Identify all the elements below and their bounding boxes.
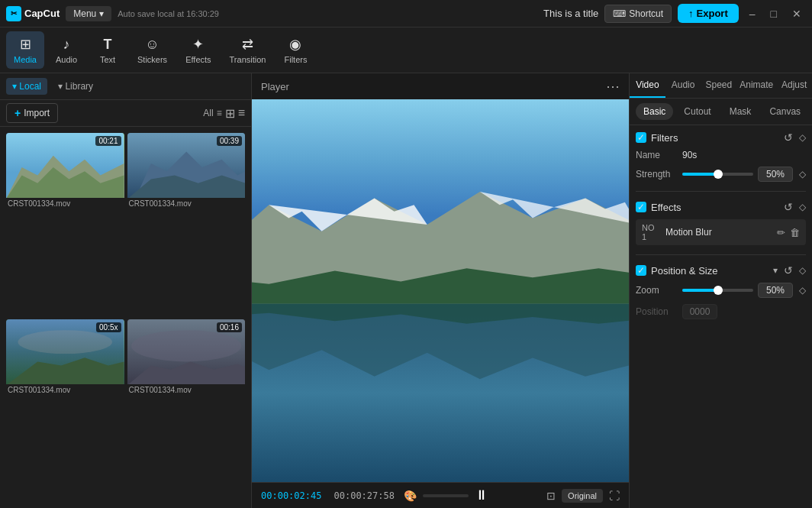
media-duration: 00:5x <box>96 322 121 332</box>
filters-undo-button[interactable]: ↺ <box>784 131 793 144</box>
zoom-slider[interactable] <box>682 289 753 292</box>
effects-checkbox[interactable]: ✓ <box>636 202 646 212</box>
media-grid: 00:21 CRST001334.mov 00:39 CRST001334.mo… <box>0 127 251 508</box>
right-content: ✓ Filters ↺ ◇ Name 90s Strength 50% <box>630 125 812 508</box>
local-source-button[interactable]: ▾ Local <box>6 78 47 95</box>
logo: ✂ CapCut <box>6 6 60 21</box>
zoom-fit-button[interactable]: ⊡ <box>546 490 556 502</box>
tab-audio[interactable]: Audio <box>665 73 701 98</box>
effects-title: Effects <box>651 202 778 213</box>
list-item[interactable]: 00:21 CRST001334.mov <box>6 133 124 316</box>
source-selector: ▾ Local ▾ Library <box>0 73 251 100</box>
player-viewport[interactable] <box>252 99 629 482</box>
filter-strength-slider[interactable] <box>682 173 753 176</box>
effects-section: ✓ Effects ↺ ◇ NO 1 Motion Blur ✏ 🗑 <box>636 201 806 245</box>
filters-section: ✓ Filters ↺ ◇ Name 90s Strength 50% <box>636 131 806 182</box>
shortcut-button[interactable]: ⌨ Shortcut <box>604 5 672 23</box>
player-menu-button[interactable]: ⋯ <box>606 78 620 95</box>
subtab-canvas[interactable]: Canvas <box>762 103 808 120</box>
library-source-button[interactable]: ▾ Library <box>52 78 99 95</box>
media-thumbnail: 00:21 <box>6 133 124 198</box>
subtab-cutout[interactable]: Cutout <box>676 103 718 120</box>
import-button[interactable]: + Import <box>6 103 58 123</box>
main-area: ▾ Local ▾ Library + Import All ≡ ⊞ ≡ <box>0 73 812 508</box>
transition-icon: ⇄ <box>242 36 253 53</box>
filters-icon: ◉ <box>289 36 301 53</box>
stickers-icon: ☺ <box>145 37 159 53</box>
svg-point-10 <box>131 330 241 361</box>
effect-name: Motion Blur <box>665 227 772 238</box>
media-panel: ▾ Local ▾ Library + Import All ≡ ⊞ ≡ <box>0 73 252 508</box>
list-item[interactable]: 00:39 CRST001334.mov <box>127 133 246 316</box>
zoom-thumb[interactable] <box>714 286 723 295</box>
filters-checkbox[interactable]: ✓ <box>636 132 646 143</box>
position-size-expand[interactable]: ▾ <box>773 265 778 276</box>
divider <box>636 254 806 255</box>
position-size-keyframe-button[interactable]: ◇ <box>799 265 806 276</box>
zoom-keyframe-button[interactable]: ◇ <box>799 285 806 296</box>
sidebar-item-transition[interactable]: ⇄ Transition <box>222 31 274 69</box>
audio-icon: ♪ <box>63 37 70 53</box>
media-filename: CRST001334.mov <box>127 384 246 396</box>
sidebar-item-audio[interactable]: ♪ Audio <box>47 32 85 69</box>
player-area: Player ⋯ <box>252 73 629 508</box>
sidebar-item-media[interactable]: ⊞ Media <box>6 31 44 69</box>
divider <box>636 191 806 192</box>
player-title: Player <box>261 81 606 92</box>
tab-animate[interactable]: Animate <box>736 73 776 98</box>
nav-bar: ⊞ Media ♪ Audio T Text ☺ Stickers ✦ Effe… <box>0 28 812 73</box>
effect-delete-button[interactable]: 🗑 <box>790 227 800 238</box>
subtab-basic[interactable]: Basic <box>636 103 673 120</box>
sidebar-item-effects[interactable]: ✦ Effects <box>178 31 218 69</box>
fullscreen-button[interactable]: ⛶ <box>609 490 620 502</box>
grid-view-button[interactable]: ⊞ <box>225 106 235 121</box>
menu-button[interactable]: Menu ▾ <box>66 6 111 21</box>
export-button[interactable]: ↑ Export <box>678 4 739 23</box>
filter-name-row: Name 90s <box>636 150 806 160</box>
effects-undo-button[interactable]: ↺ <box>784 201 793 213</box>
media-thumbnail: 00:16 <box>127 319 246 384</box>
zoom-input[interactable]: 50% <box>758 283 793 298</box>
original-button[interactable]: Original <box>562 489 603 503</box>
effect-edit-button[interactable]: ✏ <box>777 227 785 238</box>
position-row: Position <box>636 304 806 319</box>
effects-keyframe-button[interactable]: ◇ <box>799 202 806 212</box>
filters-keyframe-button[interactable]: ◇ <box>799 132 806 143</box>
tab-speed[interactable]: Speed <box>701 73 737 98</box>
sidebar-item-stickers[interactable]: ☺ Stickers <box>130 32 175 69</box>
logo-icon: ✂ <box>6 6 21 21</box>
text-icon: T <box>104 37 112 53</box>
sidebar-item-filters[interactable]: ◉ Filters <box>276 31 314 69</box>
close-button[interactable]: ✕ <box>788 8 806 20</box>
maximize-button[interactable]: □ <box>766 8 781 20</box>
list-item[interactable]: 00:5x CRST001334.mov <box>6 319 124 503</box>
filter-strength-keyframe[interactable]: ◇ <box>799 169 806 180</box>
tab-video[interactable]: Video <box>630 73 665 98</box>
media-thumbnail: 00:39 <box>127 133 246 198</box>
svg-point-7 <box>18 330 112 354</box>
play-button[interactable]: ⏸ <box>475 487 488 503</box>
list-view-button[interactable]: ≡ <box>238 106 245 120</box>
position-size-header: ✓ Position & Size ▾ ↺ ◇ <box>636 264 806 277</box>
right-panel: Video Audio Speed Animate Adjust Basic C… <box>629 73 812 508</box>
project-title[interactable]: This is a title <box>543 8 598 19</box>
filter-strength-thumb[interactable] <box>714 170 723 179</box>
position-x-input[interactable] <box>682 304 717 319</box>
list-item[interactable]: 00:16 CRST001334.mov <box>127 319 246 503</box>
minimize-button[interactable]: – <box>745 8 760 20</box>
position-size-checkbox[interactable]: ✓ <box>636 265 646 276</box>
effect-item: NO 1 Motion Blur ✏ 🗑 <box>636 219 806 245</box>
subtab-mask[interactable]: Mask <box>722 103 759 120</box>
filter-strength-input[interactable]: 50% <box>758 167 793 182</box>
sidebar-item-text[interactable]: T Text <box>89 32 127 69</box>
autosave-status: Auto save local at 16:30:29 <box>118 9 537 18</box>
position-size-undo-button[interactable]: ↺ <box>784 264 793 277</box>
position-label: Position <box>636 306 678 317</box>
effects-header: ✓ Effects ↺ ◇ <box>636 201 806 213</box>
media-filename: CRST001334.mov <box>6 384 124 396</box>
player-scrubber[interactable] <box>423 494 469 497</box>
color-picker-button[interactable]: 🎨 <box>404 490 417 502</box>
tab-adjust[interactable]: Adjust <box>776 73 812 98</box>
media-thumbnail: 00:5x <box>6 319 124 384</box>
media-filter: All ≡ <box>203 108 221 118</box>
